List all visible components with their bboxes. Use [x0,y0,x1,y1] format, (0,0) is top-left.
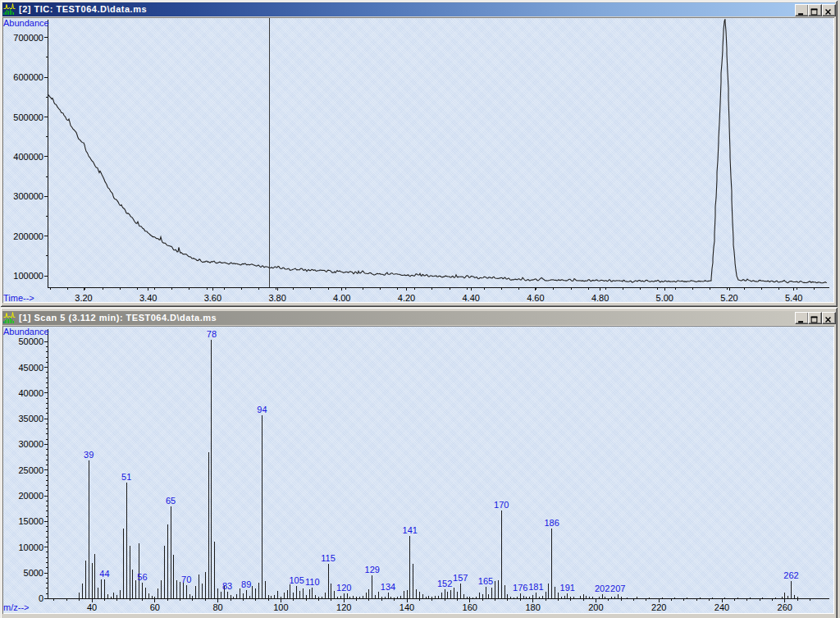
svg-text:65: 65 [166,496,176,506]
svg-text:170: 170 [494,500,509,510]
svg-text:207: 207 [610,584,625,593]
svg-text:44: 44 [99,569,109,579]
svg-text:10000: 10000 [18,542,43,552]
svg-text:15000: 15000 [18,516,43,526]
svg-text:200000: 200000 [13,231,43,241]
svg-text:120: 120 [336,583,351,593]
svg-text:186: 186 [544,518,559,528]
svg-text:180: 180 [525,602,540,612]
svg-text:157: 157 [453,573,468,583]
svg-text:70: 70 [181,575,191,584]
svg-text:50000: 50000 [18,336,43,346]
svg-text:165: 165 [478,576,493,586]
svg-text:181: 181 [528,582,543,592]
svg-text:400000: 400000 [13,152,43,162]
svg-text:4.80: 4.80 [591,293,609,303]
svg-text:141: 141 [403,525,418,535]
svg-text:78: 78 [207,329,217,339]
svg-text:40000: 40000 [18,388,43,398]
svg-text:110: 110 [305,577,320,587]
svg-text:160: 160 [463,602,477,612]
svg-text:3.40: 3.40 [139,293,157,303]
svg-text:176: 176 [513,583,527,593]
svg-text:5.20: 5.20 [720,293,737,303]
svg-text:0: 0 [39,593,43,603]
svg-text:40: 40 [87,602,97,612]
svg-text:83: 83 [222,581,232,591]
svg-text:89: 89 [241,579,251,589]
svg-text:5.40: 5.40 [785,293,802,303]
svg-text:120: 120 [336,602,351,612]
svg-text:35000: 35000 [18,414,43,423]
svg-text:80: 80 [212,602,222,612]
svg-text:25000: 25000 [18,465,43,475]
svg-text:115: 115 [321,553,336,563]
svg-text:4.40: 4.40 [462,293,479,303]
svg-text:4.60: 4.60 [527,293,544,303]
svg-text:100000: 100000 [13,271,43,281]
svg-text:45000: 45000 [18,363,43,373]
svg-text:129: 129 [365,565,380,575]
svg-text:260: 260 [778,602,792,612]
svg-text:300000: 300000 [13,191,43,201]
svg-text:4.20: 4.20 [398,293,415,303]
svg-text:30000: 30000 [18,439,43,449]
svg-text:191: 191 [560,583,575,593]
svg-text:4.00: 4.00 [333,293,350,303]
svg-text:700000: 700000 [13,33,43,43]
svg-text:20000: 20000 [18,491,43,501]
svg-text:134: 134 [381,582,395,592]
svg-text:200: 200 [588,602,603,612]
svg-text:Abundance: Abundance [3,327,49,336]
svg-text:3.60: 3.60 [204,293,221,303]
svg-text:202: 202 [595,584,609,593]
svg-text:60: 60 [150,602,160,612]
svg-text:100: 100 [273,602,288,612]
svg-text:500000: 500000 [13,112,43,122]
svg-text:94: 94 [257,405,267,414]
svg-text:600000: 600000 [13,72,43,82]
svg-text:Abundance: Abundance [3,18,49,28]
svg-text:Time-->: Time--> [3,293,34,303]
svg-text:220: 220 [651,602,666,612]
svg-text:262: 262 [783,570,798,580]
svg-text:5000: 5000 [24,568,43,578]
svg-text:105: 105 [289,575,304,585]
svg-text:240: 240 [714,602,729,612]
svg-text:3.20: 3.20 [75,293,92,303]
svg-text:5.00: 5.00 [656,293,673,303]
svg-text:152: 152 [437,579,452,588]
svg-text:3.80: 3.80 [268,293,285,303]
svg-text:39: 39 [84,450,94,460]
svg-text:140: 140 [399,602,414,612]
svg-text:m/z-->: m/z--> [3,602,29,612]
svg-text:56: 56 [137,572,147,582]
svg-text:51: 51 [121,472,131,482]
